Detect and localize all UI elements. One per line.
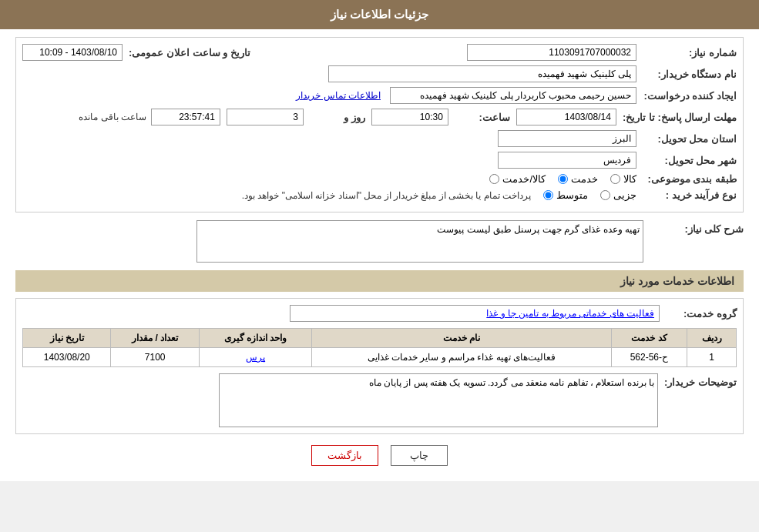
radio-kala-khedmat-input[interactable] [489, 174, 499, 184]
col-row: ردیف [687, 329, 737, 348]
jozi-label: جزیی [613, 189, 636, 201]
time-input[interactable] [371, 109, 448, 125]
services-table: ردیف کد خدمت نام خدمت واحد اندازه گیری ت… [22, 328, 737, 367]
purchase-type-note: پرداخت تمام یا بخشی از مبلغ خریدار از مح… [242, 190, 531, 201]
service-group-row: گروه خدمت: [22, 305, 737, 322]
buttons-row: چاپ بازگشت [15, 445, 744, 466]
radio-khedmat: خدمت [558, 173, 598, 185]
main-form-section: شماره نیاز: تاریخ و ساعت اعلان عمومی: نا… [15, 37, 744, 212]
remaining-input[interactable] [151, 109, 220, 125]
province-input[interactable] [498, 130, 636, 147]
radio-kala: کالا [610, 173, 636, 185]
buyer-notes-textarea[interactable] [219, 373, 658, 427]
time-label: ساعت: [448, 112, 510, 123]
city-input[interactable] [498, 152, 636, 169]
service-group-input[interactable] [290, 305, 660, 322]
khedmat-label: خدمت [571, 173, 598, 185]
motavset-label: متوسط [556, 189, 588, 201]
kala-label: کالا [623, 173, 636, 185]
back-button[interactable]: بازگشت [311, 445, 378, 466]
cell-date: 1403/08/20 [23, 348, 111, 367]
contact-link[interactable]: اطلاعات تماس خریدار [296, 90, 381, 101]
description-section: شرح کلی نیاز: [15, 220, 744, 263]
cell-code: ح-56-562 [611, 348, 687, 367]
row-city: شهر محل تحویل: [22, 152, 737, 169]
page-wrapper: جزئیات اطلاعات نیاز شماره نیاز: تاریخ و … [0, 0, 759, 481]
radio-khedmat-input[interactable] [558, 174, 568, 184]
creator-label: ایجاد کننده درخواست: [636, 90, 737, 102]
purchase-type-radio-group: جزیی متوسط [543, 189, 636, 201]
need-number-input[interactable] [467, 44, 636, 61]
row-deadline: مهلت ارسال پاسخ: تا تاریخ: ساعت: روز و س… [22, 109, 737, 125]
buyer-notes-section: توضیحات خریدار: [22, 373, 737, 427]
row-buyer-org: نام دستگاه خریدار: [22, 65, 737, 82]
row-creator: ایجاد کننده درخواست: اطلاعات تماس خریدار [22, 87, 737, 104]
date-label: تاریخ و ساعت اعلان عمومی: [123, 47, 250, 59]
col-name: نام خدمت [312, 329, 611, 348]
radio-motavset-input[interactable] [543, 190, 553, 200]
content-area: شماره نیاز: تاریخ و ساعت اعلان عمومی: نا… [0, 29, 759, 481]
services-section-title: اطلاعات خدمات مورد نیاز [15, 270, 744, 292]
row-category: طبقه بندی موضوعی: کالا خدمت کالا/خدمت [22, 173, 737, 185]
buyer-org-input[interactable] [328, 65, 636, 82]
need-number-label: شماره نیاز: [636, 47, 737, 59]
cell-quantity: 7100 [111, 348, 199, 367]
radio-kala-khedmat: کالا/خدمت [489, 173, 546, 185]
days-input[interactable] [227, 109, 304, 125]
buyer-notes-label: توضیحات خریدار: [658, 373, 737, 388]
deadline-label: مهلت ارسال پاسخ: تا تاریخ: [616, 112, 737, 123]
remaining-label: ساعت باقی مانده [79, 112, 146, 122]
row-need-number: شماره نیاز: تاریخ و ساعت اعلان عمومی: [22, 44, 737, 61]
purchase-type-label: نوع فرآیند خرید : [636, 189, 737, 201]
col-qty: تعداد / مقدار [111, 329, 199, 348]
row-province: استان محل تحویل: [22, 130, 737, 147]
page-header: جزئیات اطلاعات نیاز [0, 0, 759, 29]
services-section: گروه خدمت: ردیف کد خدمت نام خدمت واحد ان… [15, 298, 744, 434]
col-date: تاریخ نیاز [23, 329, 111, 348]
category-radio-group: کالا خدمت کالا/خدمت [489, 173, 636, 185]
radio-motavset: متوسط [543, 189, 588, 201]
creator-input[interactable] [390, 87, 636, 104]
cell-name: فعالیت‌های تهیه غذاء مراسم و سایر خدمات … [312, 348, 611, 367]
radio-kala-input[interactable] [610, 174, 620, 184]
radio-jozi: جزیی [600, 189, 636, 201]
col-unit: واحد اندازه گیری [199, 329, 312, 348]
description-textarea[interactable] [196, 220, 643, 263]
city-label: شهر محل تحویل: [636, 155, 737, 166]
cell-unit: پرس [199, 348, 312, 367]
radio-jozi-input[interactable] [600, 190, 610, 200]
description-label: شرح کلی نیاز: [643, 220, 744, 235]
table-row: 1 ح-56-562 فعالیت‌های تهیه غذاء مراسم و … [23, 348, 737, 367]
deadline-date-input[interactable] [516, 109, 616, 125]
kala-khedmat-label: کالا/خدمت [502, 173, 546, 185]
col-code: کد خدمت [611, 329, 687, 348]
days-label: روز و [304, 112, 365, 123]
province-label: استان محل تحویل: [636, 133, 737, 145]
print-button[interactable]: چاپ [391, 445, 448, 466]
page-title: جزئیات اطلاعات نیاز [331, 8, 428, 21]
service-group-label: گروه خدمت: [660, 308, 737, 320]
category-label: طبقه بندی موضوعی: [636, 173, 737, 185]
buyer-org-label: نام دستگاه خریدار: [636, 69, 737, 80]
row-purchase-type: نوع فرآیند خرید : جزیی متوسط پرداخت تمام… [22, 189, 737, 201]
cell-row: 1 [687, 348, 737, 367]
date-input[interactable] [22, 44, 123, 61]
